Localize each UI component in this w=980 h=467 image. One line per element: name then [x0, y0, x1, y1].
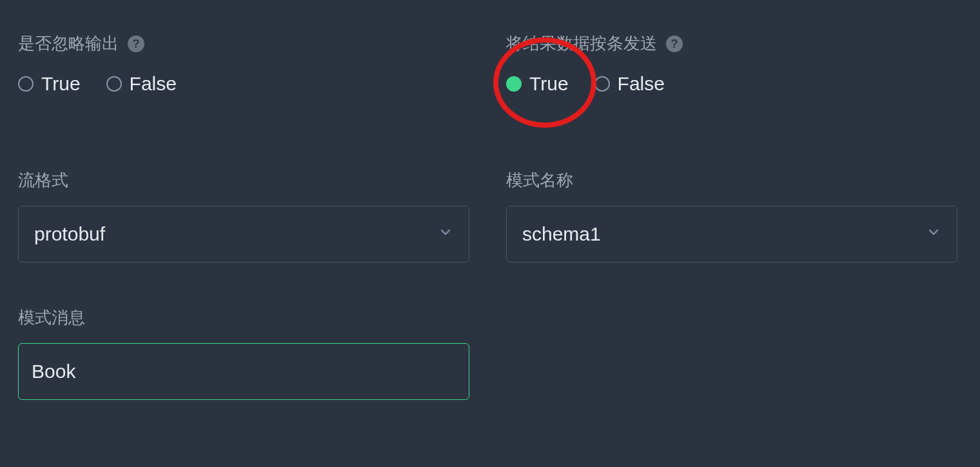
send-row-by-row-label-text: 将结果数据按条发送 — [506, 32, 657, 55]
schema-name-value: schema1 — [522, 223, 601, 245]
stream-format-select[interactable]: protobuf — [18, 206, 469, 263]
schema-message-input[interactable]: Book — [18, 343, 469, 400]
radio-icon — [594, 76, 610, 92]
ignore-output-label-text: 是否忽略输出 — [18, 32, 119, 55]
send-row-by-row-true-option[interactable]: True — [506, 73, 569, 95]
schema-name-label: 模式名称 — [506, 169, 962, 192]
ignore-output-true-option[interactable]: True — [18, 73, 81, 95]
chevron-down-icon — [438, 224, 453, 244]
schema-message-value: Book — [32, 361, 75, 383]
schema-name-select[interactable]: schema1 — [506, 206, 957, 263]
radio-icon — [106, 76, 122, 92]
ignore-output-label: 是否忽略输出 ? — [18, 32, 474, 55]
ignore-output-false-option[interactable]: False — [106, 73, 177, 95]
ignore-output-false-label: False — [130, 73, 177, 95]
schema-message-label: 模式消息 — [18, 306, 474, 329]
chevron-down-icon — [926, 224, 941, 244]
ignore-output-radio-group: True False — [18, 73, 474, 95]
send-row-by-row-false-option[interactable]: False — [594, 73, 665, 95]
radio-icon — [18, 76, 34, 92]
send-row-by-row-true-label: True — [529, 73, 569, 95]
help-icon[interactable]: ? — [666, 35, 683, 52]
stream-format-label: 流格式 — [18, 169, 474, 192]
radio-selected-icon — [506, 76, 522, 92]
send-row-by-row-radio-group: True False — [506, 73, 962, 95]
stream-format-value: protobuf — [34, 223, 105, 245]
send-row-by-row-false-label: False — [618, 73, 665, 95]
send-row-by-row-label: 将结果数据按条发送 ? — [506, 32, 962, 55]
help-icon[interactable]: ? — [128, 35, 144, 52]
ignore-output-true-label: True — [41, 73, 81, 95]
